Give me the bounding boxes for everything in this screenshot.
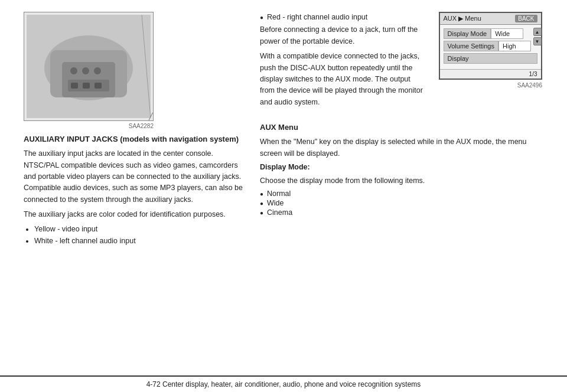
aux-menu-row-display-single: Display: [444, 53, 537, 64]
aux-menu-footer: 1/3: [440, 69, 541, 79]
aux-menu-body: Display Mode Wide Volume Settings High D…: [440, 25, 541, 69]
bullet-cinema-text: Cinema: [267, 208, 292, 217]
car-svg: [27, 15, 151, 118]
right-top-text: Red - right channel audio input Before c…: [260, 12, 425, 112]
page-container: ╱ SAA2282 AUXILIARY INPUT JACKS (models …: [0, 0, 567, 392]
left-body2: The auxiliary jacks are color coded for …: [24, 209, 248, 220]
svg-point-4: [70, 67, 77, 74]
right-top: Red - right channel audio input Before c…: [260, 12, 543, 112]
aux-menu-header-label: AUX ▶ Menu: [444, 15, 481, 22]
bullet-red: Red - right channel audio input: [260, 12, 425, 23]
left-section-title: AUXILIARY INPUT JACKS (models with navig…: [24, 134, 248, 145]
left-body1: The auxiliary input jacks are located in…: [24, 148, 248, 205]
svg-point-6: [94, 67, 101, 74]
bullet-wide: Wide: [260, 199, 543, 207]
aux-menu-volume-value: High: [498, 41, 531, 51]
right-column: Red - right channel audio input Before c…: [260, 12, 543, 366]
aux-menu-row-display-mode: Display Mode Wide: [444, 28, 537, 39]
right-lower: AUX Menu When the "Menu" key on the disp…: [260, 117, 543, 218]
content-area: ╱ SAA2282 AUXILIARY INPUT JACKS (models …: [24, 12, 543, 366]
aux-menu-mockup: AUX ▶ Menu BACK Display Mode Wide Volume…: [439, 12, 542, 80]
aux-menu-back-btn[interactable]: BACK: [515, 15, 537, 22]
bullet-yellow: Yellow - video input: [34, 224, 248, 235]
aux-menu-row-volume: Volume Settings High: [444, 41, 537, 51]
bullet-white: White - left channel audio input: [34, 236, 248, 247]
display-mode-body: Choose the display mode from the followi…: [260, 175, 543, 187]
aux-scroll-down-btn[interactable]: ▼: [533, 37, 542, 45]
svg-rect-10: [94, 83, 102, 89]
bullet-cinema: Cinema: [260, 208, 543, 217]
car-image: ╱: [24, 12, 154, 121]
aux-menu-display-mode-label: Display Mode: [444, 28, 491, 39]
aux-menu-side-buttons: ▲ ▼: [533, 28, 542, 45]
bullet-wide-text: Wide: [267, 199, 284, 207]
bullet-red-text: Red - right channel audio input: [267, 12, 367, 23]
aux-menu-device-box: AUX ▶ Menu BACK Display Mode Wide Volume…: [437, 12, 543, 112]
aux-menu-display-mode-value: Wide: [491, 28, 523, 39]
svg-rect-8: [71, 83, 78, 89]
right-body-before: Before connecting a device to a jack, tu…: [260, 24, 425, 47]
left-column: ╱ SAA2282 AUXILIARY INPUT JACKS (models …: [24, 12, 248, 366]
footer-text: 4-72 Center display, heater, air conditi…: [146, 380, 421, 388]
car-image-caption: SAA2282: [24, 123, 154, 129]
footer-bar: 4-72 Center display, heater, air conditi…: [0, 375, 567, 392]
right-body-with: With a compatible device connected to th…: [260, 51, 425, 108]
svg-point-5: [82, 67, 89, 74]
svg-rect-9: [83, 83, 90, 89]
bullet-normal: Normal: [260, 190, 543, 198]
aux-scroll-up-btn[interactable]: ▲: [533, 28, 542, 36]
display-mode-label: Display Mode:: [260, 163, 310, 171]
left-bullet-list: Yellow - video input White - left channe…: [34, 224, 248, 247]
aux-menu-title: AUX Menu: [260, 122, 543, 133]
bullet-normal-text: Normal: [267, 190, 291, 198]
aux-menu-caption: SAA2496: [437, 82, 543, 89]
aux-menu-volume-label: Volume Settings: [444, 41, 499, 51]
aux-menu-header: AUX ▶ Menu BACK: [440, 13, 541, 25]
aux-menu-body-text: When the "Menu" key on the display is se…: [260, 136, 543, 159]
car-diag-line: ╱: [149, 113, 153, 120]
